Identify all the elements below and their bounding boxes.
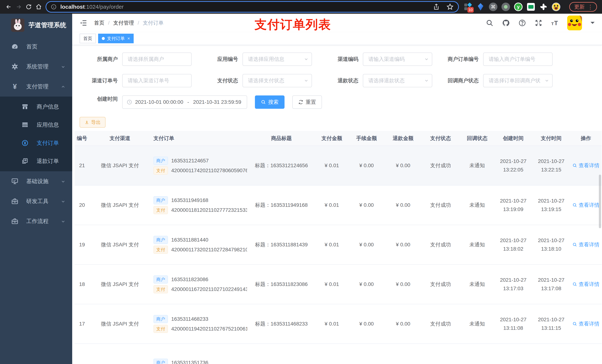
app-select[interactable] [243, 52, 312, 66]
font-size-icon[interactable]: TT [551, 19, 559, 27]
sidebar: 芋道管理系统 首页 系统管理 ¥ 支付管理 商户信息 [0, 14, 72, 364]
sidebar-item-pay-order[interactable]: 支付订单 [0, 134, 72, 152]
merchant-order-no-input[interactable] [483, 52, 553, 66]
extension-chat-icon[interactable] [527, 3, 535, 11]
pay-status-select[interactable] [243, 74, 312, 87]
export-button[interactable]: 导出 [80, 117, 106, 128]
chevron-down-icon [61, 64, 65, 69]
cell-notify-status: 未通知 [460, 225, 494, 264]
cell-order: 商户 1635311468233 支付 42000011942021102767… [150, 304, 247, 344]
view-detail-link[interactable]: 查看详情 [572, 202, 599, 209]
merchant-select[interactable] [122, 52, 192, 66]
view-detail-link[interactable]: 查看详情 [572, 281, 599, 288]
sidebar-item-label: 支付管理 [26, 83, 49, 90]
sidebar-item-app-info[interactable]: 应用信息 [0, 116, 72, 134]
extension-dot-icon[interactable] [502, 3, 510, 11]
breadcrumb-home[interactable]: 首页 [94, 20, 104, 26]
cell-pay-status: 支付成功 [421, 185, 460, 225]
browser-menu-icon[interactable]: ⋮ [588, 4, 593, 10]
pay-order-no: 4200001167202110271022491439 [171, 286, 247, 292]
extensions-puzzle-icon[interactable] [539, 3, 548, 11]
date-range-picker[interactable]: 2021-10-01 00:00:00 - 2021-10-31 23:59:5… [122, 95, 247, 109]
channel-code-select[interactable] [363, 52, 432, 66]
merchant-tag: 商户 [153, 196, 168, 204]
monitor-icon [11, 177, 19, 185]
cell-notify-status: 未通知 [460, 264, 494, 304]
cell-channel: 微信 JSAPI 支付 [89, 225, 150, 264]
view-detail-link[interactable]: 查看详情 [572, 162, 599, 169]
home-icon[interactable] [34, 2, 44, 12]
chevron-up-icon [61, 84, 65, 89]
sidebar-item-system[interactable]: 系统管理 [0, 57, 72, 77]
table-row[interactable]: 20 微信 JSAPI 支付 商户 1635311949168 支付 42000… [75, 185, 602, 225]
tag-home[interactable]: 首页 [80, 34, 96, 43]
channel-order-no-input[interactable] [122, 74, 192, 87]
breadcrumb-pay[interactable]: 支付管理 [113, 20, 134, 26]
filter-label: 应用编号 [200, 56, 243, 63]
chevron-down-icon [61, 219, 65, 224]
table-row[interactable]: 19 微信 JSAPI 支付 商户 1635311881440 支付 42000… [75, 225, 602, 264]
sidebar-item-devtools[interactable]: 研发工具 [0, 191, 72, 211]
sidebar-item-pay[interactable]: ¥ 支付管理 [0, 77, 72, 96]
avatar-caret-icon[interactable] [591, 22, 595, 26]
share-icon[interactable] [433, 3, 440, 10]
pay-tag: 支付 [153, 166, 168, 175]
col-channel: 支付渠道 [89, 131, 150, 146]
search-icon [572, 203, 577, 208]
view-detail-link[interactable]: 查看详情 [572, 241, 599, 248]
col-title: 商品标题 [247, 131, 316, 146]
cell-refund: ¥ 0.00 [385, 146, 421, 185]
reset-button[interactable]: 重置 [292, 95, 322, 109]
extension-kite-icon[interactable] [476, 3, 485, 11]
date-start: 2021-10-01 00:00:00 [135, 99, 183, 105]
extension-y-icon[interactable]: y [514, 3, 523, 11]
top-navbar: 首页 / 支付管理 / 支付订单 支付订单列表 TT [72, 14, 602, 32]
cell-pay-time: 2021-10-2713:11:15 [532, 304, 570, 344]
table-row[interactable]: 21 微信 JSAPI 支付 商户 1635312124657 支付 42000… [75, 146, 602, 185]
help-icon[interactable] [518, 19, 526, 27]
storefront-icon [22, 103, 29, 110]
back-icon[interactable] [4, 2, 14, 12]
notify-status-select[interactable] [483, 74, 553, 87]
update-label: 更新 [574, 3, 585, 10]
sidebar-item-merchant-info[interactable]: 商户信息 [0, 98, 72, 116]
toolbox-icon [11, 218, 19, 225]
search-button[interactable]: 搜索 [255, 95, 285, 109]
user-avatar[interactable] [567, 16, 582, 30]
app-logo[interactable]: 芋道管理系统 [0, 14, 72, 37]
breadcrumb-separator: / [138, 20, 139, 26]
col-refund: 退款金额 [385, 131, 421, 146]
table-row[interactable]: 商户 1635311351736 [75, 344, 602, 364]
chrome-update-button[interactable]: 更新 ⋮ [569, 2, 597, 12]
search-icon[interactable] [486, 19, 494, 27]
col-id: 编号 [75, 131, 89, 146]
bookmark-star-icon[interactable] [446, 3, 454, 10]
view-detail-link[interactable]: 查看详情 [572, 320, 599, 327]
table-row[interactable]: 17 微信 JSAPI 支付 商户 1635311468233 支付 42000… [75, 304, 602, 344]
navbar-actions: TT [486, 16, 595, 30]
extension-command-icon[interactable]: ⌘ [489, 3, 497, 11]
browser-profile-avatar[interactable] [552, 3, 560, 11]
github-icon[interactable] [502, 19, 510, 27]
forward-icon[interactable] [14, 2, 24, 12]
site-info-icon[interactable] [51, 4, 57, 10]
cell-notify-status: 未通知 [460, 146, 494, 185]
reload-icon[interactable] [24, 2, 34, 12]
fullscreen-icon[interactable] [535, 19, 542, 27]
cell-order: 商户 1635311351736 [150, 344, 247, 364]
tag-pay-order[interactable]: 支付订单 × [98, 34, 134, 43]
filter-label: 退款状态 [320, 77, 363, 84]
vertical-scrollbar[interactable] [599, 175, 601, 228]
url-bar[interactable]: localhost:1024/pay/order [46, 2, 458, 12]
close-icon[interactable]: × [127, 36, 130, 41]
sidebar-item-home[interactable]: 首页 [0, 37, 72, 57]
app-title: 芋道管理系统 [29, 21, 66, 29]
cell-fee: ¥ 0.00 [348, 304, 385, 344]
sidebar-item-infrastructure[interactable]: 基础设施 [0, 171, 72, 191]
table-row[interactable]: 18 微信 JSAPI 支付 商户 1635311823086 支付 42000… [75, 264, 602, 304]
sidebar-item-workflow[interactable]: 工作流程 [0, 211, 72, 231]
refund-status-select[interactable] [363, 74, 432, 87]
sidebar-toggle-icon[interactable] [80, 19, 87, 27]
extension-grid-icon[interactable]: 10 [464, 3, 472, 11]
sidebar-item-refund-order[interactable]: 退款订单 [0, 152, 72, 170]
